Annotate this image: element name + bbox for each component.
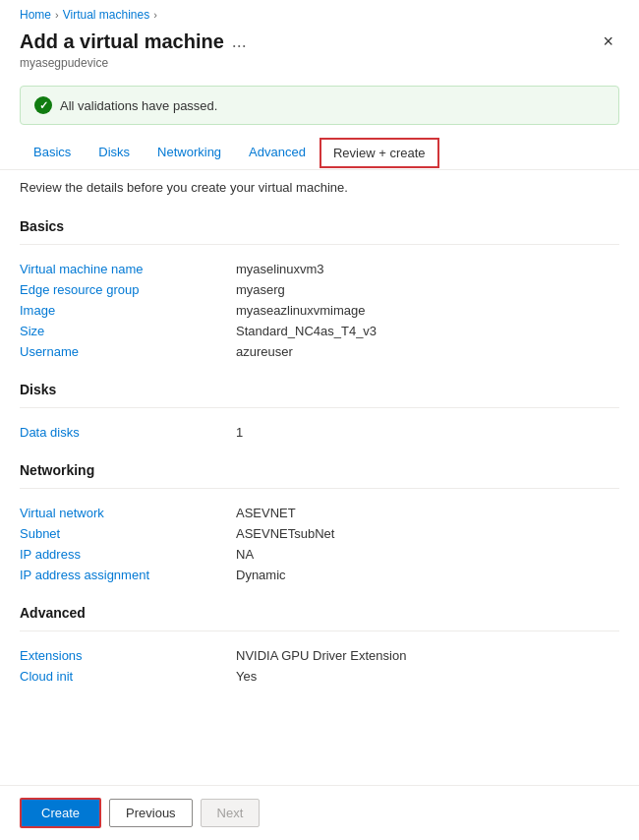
networking-divider: [20, 488, 619, 489]
tab-review-create[interactable]: Review + create: [320, 138, 439, 168]
size-value: Standard_NC4as_T4_v3: [236, 324, 377, 338]
validation-banner: All validations have passed.: [20, 86, 619, 125]
page-title: Add a virtual machine: [20, 30, 224, 53]
tab-bar: Basics Disks Networking Advanced Review …: [0, 137, 639, 170]
tab-disks[interactable]: Disks: [85, 137, 144, 169]
subnet-label: Subnet: [20, 526, 236, 541]
size-label: Size: [20, 324, 236, 338]
breadcrumb-sep-1: ›: [55, 9, 59, 21]
advanced-section-heading: Advanced: [20, 605, 619, 621]
next-button: Next: [201, 799, 261, 827]
data-disks-value: 1: [236, 425, 243, 440]
extensions-label: Extensions: [20, 648, 236, 663]
table-row: IP address NA: [20, 544, 619, 565]
disks-details: Data disks 1: [20, 422, 619, 443]
edge-rg-label: Edge resource group: [20, 282, 236, 297]
ip-assignment-label: IP address assignment: [20, 568, 236, 582]
vnet-label: Virtual network: [20, 506, 236, 520]
disks-divider: [20, 407, 619, 408]
advanced-details: Extensions NVIDIA GPU Driver Extension C…: [20, 645, 619, 687]
cloud-init-label: Cloud init: [20, 669, 236, 684]
table-row: Edge resource group myaserg: [20, 279, 619, 300]
previous-button[interactable]: Previous: [109, 799, 193, 827]
breadcrumb-vms[interactable]: Virtual machines: [63, 8, 150, 22]
image-label: Image: [20, 303, 236, 318]
validation-success-icon: [34, 96, 52, 114]
table-row: IP address assignment Dynamic: [20, 565, 619, 585]
options-menu-button[interactable]: ...: [232, 31, 247, 52]
table-row: Image myaseazlinuxvmimage: [20, 300, 619, 321]
disks-section-heading: Disks: [20, 382, 619, 397]
cloud-init-value: Yes: [236, 669, 257, 684]
networking-section-heading: Networking: [20, 462, 619, 478]
ip-address-value: NA: [236, 547, 254, 562]
vnet-value: ASEVNET: [236, 506, 296, 520]
footer-actions: Create Previous Next: [0, 785, 639, 840]
table-row: Subnet ASEVNETsubNet: [20, 523, 619, 544]
table-row: Data disks 1: [20, 422, 619, 443]
basics-divider: [20, 244, 619, 245]
table-row: Virtual network ASEVNET: [20, 503, 619, 523]
username-value: azureuser: [236, 344, 293, 359]
advanced-divider: [20, 630, 619, 631]
networking-details: Virtual network ASEVNET Subnet ASEVNETsu…: [20, 503, 619, 585]
tab-basics[interactable]: Basics: [20, 137, 85, 169]
ip-assignment-value: Dynamic: [236, 568, 286, 582]
review-description: Review the details before you create you…: [0, 170, 639, 210]
table-row: Extensions NVIDIA GPU Driver Extension: [20, 645, 619, 666]
subnet-value: ASEVNETsubNet: [236, 526, 334, 541]
basics-section-heading: Basics: [20, 218, 619, 234]
close-button[interactable]: ×: [597, 30, 619, 54]
validation-message: All validations have passed.: [60, 98, 217, 113]
page-header: Add a virtual machine ... ×: [0, 26, 639, 56]
review-content: Basics Virtual machine name myaselinuxvm…: [0, 218, 639, 775]
table-row: Cloud init Yes: [20, 666, 619, 687]
tab-advanced[interactable]: Advanced: [235, 137, 320, 169]
extensions-value: NVIDIA GPU Driver Extension: [236, 648, 406, 663]
edge-rg-value: myaserg: [236, 282, 285, 297]
breadcrumb: Home › Virtual machines ›: [0, 0, 639, 26]
table-row: Size Standard_NC4as_T4_v3: [20, 321, 619, 341]
basics-details: Virtual machine name myaselinuxvm3 Edge …: [20, 259, 619, 362]
tab-networking[interactable]: Networking: [144, 137, 235, 169]
page-subtitle: myasegpudevice: [0, 56, 639, 78]
image-value: myaseazlinuxvmimage: [236, 303, 366, 318]
create-button[interactable]: Create: [20, 798, 101, 828]
table-row: Username azureuser: [20, 341, 619, 362]
vm-name-value: myaselinuxvm3: [236, 262, 324, 276]
data-disks-label: Data disks: [20, 425, 236, 440]
breadcrumb-home[interactable]: Home: [20, 8, 51, 22]
table-row: Virtual machine name myaselinuxvm3: [20, 259, 619, 279]
breadcrumb-sep-2: ›: [153, 9, 157, 21]
username-label: Username: [20, 344, 236, 359]
vm-name-label: Virtual machine name: [20, 262, 236, 276]
ip-address-label: IP address: [20, 547, 236, 562]
